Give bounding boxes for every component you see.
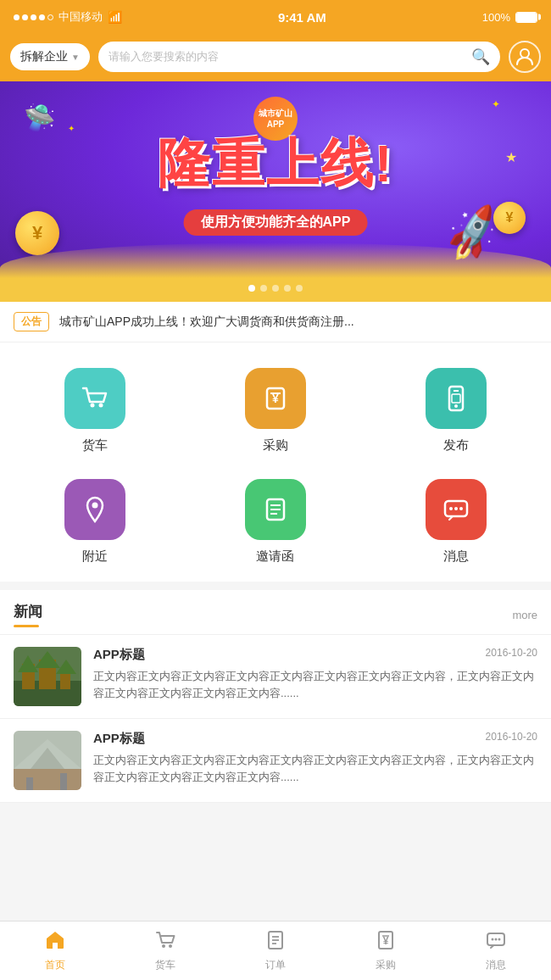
news-item-desc-1: 正文内容正文内容正文内容正文内容正文内容正文内容正文内容正文内容，正文内容正文内… — [93, 668, 537, 701]
icon-item-purchase[interactable]: ¥ 采购 — [189, 359, 361, 462]
chevron-down-icon: ▼ — [71, 53, 80, 62]
carrier-label: 中国移动 — [58, 9, 103, 25]
header: 拆解企业 ▼ 请输入您要搜索的内容 🔍 — [0, 34, 551, 81]
nav-item-orders[interactable]: 订单 — [220, 922, 331, 980]
nav-orders-label: 订单 — [265, 958, 286, 972]
news-section: 新闻 more APP标题 — [0, 590, 551, 803]
svg-rect-32 — [60, 773, 67, 790]
invite-label: 邀请函 — [256, 548, 294, 565]
wifi-icon: 📶 — [108, 10, 122, 24]
banner[interactable]: ✦ ✦ ✦ ★ ¥ ¥ 🛸 城市矿山APP 隆重上线! 使用方便功能齐全的APP… — [0, 81, 551, 302]
purchase-icon-box: ¥ — [245, 368, 306, 429]
status-bar: 中国移动 📶 9:41 AM 100% — [0, 0, 551, 34]
announcement-bar[interactable]: 公告 城市矿山APP成功上线！欢迎广大调货商和供货商注册... — [0, 302, 551, 342]
home-label: 首页 — [45, 958, 65, 972]
category-button[interactable]: 拆解企业 ▼ — [10, 43, 90, 70]
news-thumb-1 — [14, 647, 81, 706]
news-title-underline — [14, 625, 39, 627]
icon-item-invite[interactable]: 邀请函 — [189, 471, 361, 573]
news-content-1: APP标题 2016-10-20 正文内容正文内容正文内容正文内容正文内容正文内… — [93, 647, 537, 706]
svg-point-18 — [459, 507, 463, 510]
svg-rect-9 — [452, 394, 460, 403]
news-item-title-1: APP标题 — [93, 647, 145, 663]
svg-point-17 — [454, 507, 458, 510]
banner-subtitle: 使用方便功能齐全的APP — [184, 209, 368, 236]
icon-item-cart[interactable]: 货车 — [8, 359, 181, 462]
banner-indicator — [248, 285, 303, 292]
purchase-label: 采购 — [263, 437, 288, 454]
nav-orders-icon — [264, 929, 287, 955]
nav-item-cart[interactable]: 货车 — [110, 922, 220, 980]
svg-point-8 — [454, 404, 458, 408]
svg-point-44 — [492, 938, 494, 941]
invite-icon-box — [245, 479, 306, 540]
news-content-2: APP标题 2016-10-20 正文内容正文内容正文内容正文内容正文内容正文内… — [93, 731, 537, 790]
news-item-header-2: APP标题 2016-10-20 — [93, 731, 537, 747]
icon-item-message[interactable]: 消息 — [370, 471, 543, 573]
svg-point-45 — [495, 938, 498, 941]
message-icon-box — [426, 479, 487, 540]
nearby-icon-box — [64, 479, 125, 540]
svg-point-46 — [498, 938, 501, 941]
news-title-wrap: 新闻 — [14, 602, 42, 627]
svg-rect-28 — [14, 769, 81, 790]
battery-icon — [515, 12, 537, 23]
svg-point-10 — [92, 503, 97, 509]
icon-item-publish[interactable]: 发布 — [370, 359, 543, 462]
nav-item-home[interactable]: 首页 — [0, 922, 110, 980]
cart-label: 货车 — [82, 437, 108, 454]
nearby-label: 附近 — [82, 548, 108, 565]
svg-point-1 — [90, 404, 94, 408]
nav-cart-icon — [154, 929, 176, 955]
svg-rect-31 — [26, 777, 33, 790]
news-thumb-2 — [14, 731, 81, 790]
news-item-date-2: 2016-10-20 — [486, 731, 537, 743]
publish-icon-box — [426, 368, 487, 429]
news-item-header-1: APP标题 2016-10-20 — [93, 647, 537, 663]
function-icons-grid: 货车 ¥ 采购 发布 — [0, 342, 551, 582]
news-more-button[interactable]: more — [512, 609, 537, 621]
news-item-date-1: 2016-10-20 — [486, 647, 537, 659]
nav-messages-icon — [485, 929, 507, 955]
message-label: 消息 — [443, 548, 469, 565]
search-placeholder: 请输入您要搜索的内容 — [109, 49, 465, 64]
search-bar[interactable]: 请输入您要搜索的内容 🔍 — [98, 42, 500, 72]
announcement-text: 城市矿山APP成功上线！欢迎广大调货商和供货商注册... — [59, 315, 537, 330]
nav-item-purchase[interactable]: ¥ 采购 — [331, 922, 441, 980]
nav-purchase-icon: ¥ — [375, 929, 397, 955]
search-icon[interactable]: 🔍 — [471, 47, 490, 66]
status-right: 100% — [482, 11, 537, 24]
svg-point-2 — [98, 404, 103, 408]
bottom-nav: 首页 货车 订单 ¥ — [0, 921, 551, 980]
announcement-tag: 公告 — [14, 312, 49, 331]
banner-title: 隆重上线! — [158, 128, 394, 199]
cart-icon-box — [64, 368, 125, 429]
svg-rect-33 — [14, 731, 81, 769]
nav-messages-label: 消息 — [486, 958, 506, 972]
svg-text:¥: ¥ — [383, 935, 389, 947]
nav-purchase-label: 采购 — [376, 958, 396, 972]
battery-label: 100% — [482, 11, 510, 24]
user-avatar-button[interactable] — [509, 41, 541, 73]
svg-point-35 — [169, 944, 172, 948]
category-label: 拆解企业 — [20, 49, 68, 64]
svg-point-16 — [449, 507, 453, 510]
status-left: 中国移动 📶 — [14, 9, 122, 25]
icon-item-nearby[interactable]: 附近 — [8, 471, 181, 573]
nav-item-messages[interactable]: 消息 — [441, 922, 551, 980]
news-item-desc-2: 正文内容正文内容正文内容正文内容正文内容正文内容正文内容正文内容，正文内容正文内… — [93, 752, 537, 785]
news-header: 新闻 more — [0, 590, 551, 635]
publish-label: 发布 — [443, 437, 469, 454]
news-title: 新闻 — [14, 602, 42, 621]
svg-point-0 — [520, 49, 529, 58]
news-item-2[interactable]: APP标题 2016-10-20 正文内容正文内容正文内容正文内容正文内容正文内… — [0, 719, 551, 803]
news-item-1[interactable]: APP标题 2016-10-20 正文内容正文内容正文内容正文内容正文内容正文内… — [0, 635, 551, 719]
nav-cart-label: 货车 — [155, 958, 175, 972]
svg-point-34 — [162, 944, 165, 948]
news-item-title-2: APP标题 — [93, 731, 145, 747]
home-icon — [44, 929, 66, 955]
signal-dots — [14, 14, 53, 20]
clock: 9:41 AM — [278, 10, 326, 25]
